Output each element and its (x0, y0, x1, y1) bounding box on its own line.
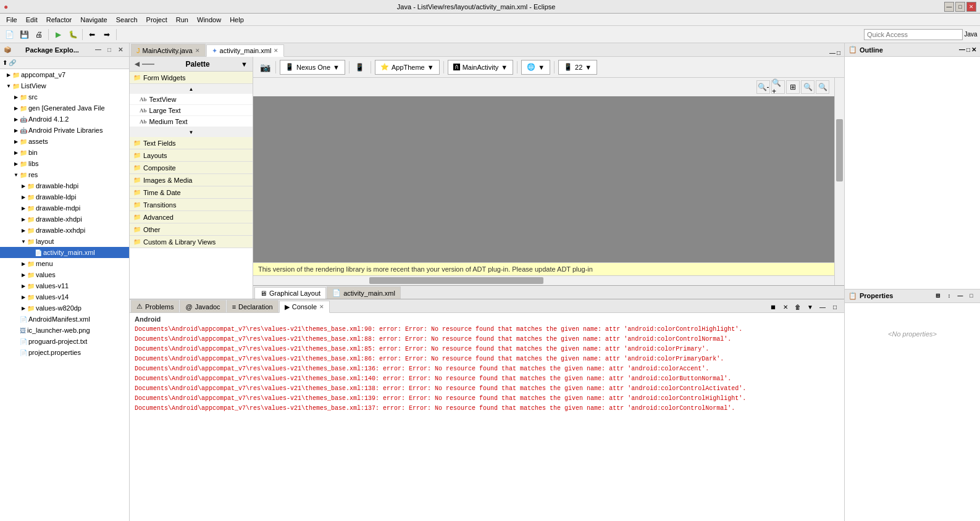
print-button[interactable]: 🖨 (32, 28, 46, 41)
tab-activity-main-xml[interactable]: ✦ activity_main.xml ✕ (206, 44, 285, 57)
console-close-button[interactable]: ✕ (319, 304, 324, 310)
palette-item-medium-text[interactable]: Ab Medium Text (130, 116, 253, 127)
collapse-all-btn[interactable]: ⬆ (2, 59, 7, 66)
tree-item-values-v11[interactable]: ▶ 📁 values-v11 (0, 280, 129, 291)
palette-category-images-media[interactable]: 📁 Images & Media (130, 174, 253, 186)
tree-item-values-v14[interactable]: ▶ 📁 values-v14 (0, 291, 129, 302)
zoom-out-button[interactable]: 🔍- (756, 80, 770, 94)
tab-close-button[interactable]: ✕ (195, 48, 200, 54)
scroll-thumb-v[interactable] (836, 119, 843, 181)
palette-category-other[interactable]: 📁 Other (130, 223, 253, 236)
tab-mainactivity[interactable]: J MainActivity.java ✕ (131, 44, 206, 56)
tree-item-res[interactable]: ▼ 📁 res (0, 169, 129, 180)
menu-run[interactable]: Run (172, 15, 192, 25)
palette-category-form-widgets[interactable]: 📁 Form Widgets (130, 72, 253, 84)
console-view-menu-button[interactable]: ▼ (805, 301, 816, 312)
tree-item-src[interactable]: ▶ 📁 src (0, 91, 129, 102)
save-button[interactable]: 💾 (17, 28, 31, 41)
tree-item-android412[interactable]: ▶ 🤖 Android 4.1.2 (0, 114, 129, 125)
menu-project[interactable]: Project (143, 15, 171, 25)
tab-xml-source[interactable]: 📄 activity_main.xml (327, 286, 401, 299)
zoom-100-button[interactable]: 🔍 (816, 80, 829, 94)
tree-item-manifest[interactable]: ▶ 📄 AndroidManifest.xml (0, 314, 129, 325)
theme-selector-button[interactable]: ⭐ AppTheme ▼ (375, 60, 440, 75)
menu-help[interactable]: Help (226, 15, 248, 25)
palette-category-time-date[interactable]: 📁 Time & Date (130, 186, 253, 199)
palette-category-layouts[interactable]: 📁 Layouts (130, 149, 253, 162)
tree-item-listview[interactable]: ▼ 📁 ListView (0, 80, 129, 91)
palette-prev-button[interactable]: ◀ (135, 60, 140, 67)
tree-item-assets[interactable]: ▶ 📁 assets (0, 136, 129, 147)
console-minimize-button[interactable]: — (817, 301, 828, 312)
tree-item-drawable-xhdpi[interactable]: ▶ 📁 drawable-xhdpi (0, 214, 129, 225)
maximize-panel-button[interactable]: □ (104, 45, 114, 55)
palette-category-custom-views[interactable]: 📁 Custom & Library Views (130, 236, 253, 248)
perspectives-button[interactable]: Java (964, 28, 978, 41)
new-button[interactable]: 📄 (2, 28, 16, 41)
maximize-button[interactable]: □ (955, 2, 965, 12)
activity-selector-button[interactable]: 🅰 MainActivity ▼ (448, 60, 514, 75)
console-tab-problems[interactable]: ⚠ Problems (131, 300, 179, 312)
palette-category-composite[interactable]: 📁 Composite (130, 162, 253, 174)
run-button[interactable]: ▶ (51, 28, 65, 41)
api-selector-button[interactable]: 📱 22 ▼ (558, 60, 597, 75)
debug-button[interactable]: 🐛 (66, 28, 80, 41)
quick-access-input[interactable] (864, 29, 963, 40)
minimize-button[interactable]: — (944, 2, 954, 12)
palette-category-text-fields[interactable]: 📁 Text Fields (130, 137, 253, 149)
tree-item-bin[interactable]: ▶ 📁 bin (0, 147, 129, 158)
console-tab-console[interactable]: ▶ Console ✕ (279, 301, 330, 313)
console-maximize-button[interactable]: □ (829, 301, 840, 312)
palette-scroll-down[interactable]: ▼ (130, 127, 253, 137)
menu-refactor[interactable]: Refactor (43, 15, 76, 25)
tree-item-drawable-mdpi[interactable]: ▶ 📁 drawable-mdpi (0, 202, 129, 214)
locale-selector-button[interactable]: 🌐 ▼ (521, 60, 550, 75)
console-terminate-button[interactable]: ⏹ (768, 301, 779, 312)
tree-item-values-w820dp[interactable]: ▶ 📁 values-w820dp (0, 302, 129, 314)
back-button[interactable]: ⬅ (85, 28, 99, 41)
canvas-device-icon-btn[interactable]: 📱 (353, 60, 367, 74)
properties-collapse-btn[interactable]: — (955, 291, 965, 301)
console-remove-button[interactable]: ✕ (780, 301, 791, 312)
vertical-scrollbar[interactable] (834, 78, 844, 285)
tree-item-libs[interactable]: ▶ 📁 libs (0, 158, 129, 169)
tab-close-button[interactable]: ✕ (274, 48, 279, 54)
palette-item-large-text[interactable]: Ab Large Text (130, 105, 253, 116)
outline-minimize-button[interactable]: — (959, 46, 965, 53)
outline-close-button[interactable]: ✕ (971, 46, 976, 53)
tree-item-proguard[interactable]: ▶ 📄 proguard-project.txt (0, 336, 129, 347)
palette-category-transitions[interactable]: 📁 Transitions (130, 199, 253, 211)
minimize-panel-button[interactable]: — (93, 45, 103, 55)
tree-item-gen[interactable]: ▶ 📁 gen [Generated Java File (0, 102, 129, 114)
scroll-thumb-h[interactable] (369, 277, 543, 284)
maximize-editor-button[interactable]: □ (837, 49, 840, 56)
zoom-in-button[interactable]: 🔍+ (771, 80, 785, 94)
palette-scroll-up[interactable]: ▲ (130, 84, 253, 94)
console-clear-button[interactable]: 🗑 (792, 301, 803, 312)
tree-item-launcher[interactable]: ▶ 🖼 ic_launcher-web.png (0, 325, 129, 336)
tree-item-project-props[interactable]: ▶ 📄 project.properties (0, 347, 129, 358)
tree-item-layout[interactable]: ▼ 📁 layout (0, 236, 129, 247)
zoom-reset-button[interactable]: 🔍 (801, 80, 815, 94)
properties-expand-btn[interactable]: □ (966, 291, 976, 301)
palette-category-advanced[interactable]: 📁 Advanced (130, 211, 253, 223)
tree-item-activity-main[interactable]: ▶ 📄 activity_main.xml (0, 247, 129, 258)
tree-item-values[interactable]: ▶ 📁 values (0, 269, 129, 280)
device-selector-button[interactable]: 📱 Nexus One ▼ (280, 60, 345, 75)
tree-item-appcompat[interactable]: ▶ 📁 appcompat_v7 (0, 69, 129, 80)
tree-item-menu[interactable]: ▶ 📁 menu (0, 258, 129, 269)
canvas-toolbar-btn-1[interactable]: 📷 (258, 60, 272, 74)
properties-sort-btn[interactable]: ↕ (944, 291, 954, 301)
close-panel-button[interactable]: ✕ (115, 45, 125, 55)
tree-item-private-libs[interactable]: ▶ 🤖 Android Private Libraries (0, 125, 129, 136)
menu-file[interactable]: File (2, 15, 21, 25)
link-with-editor-btn[interactable]: 🔗 (9, 59, 16, 66)
tab-graphical-layout[interactable]: 🖥 Graphical Layout (254, 287, 326, 299)
console-tab-declaration[interactable]: ≡ Declaration (227, 300, 279, 312)
tree-item-drawable-ldpi[interactable]: ▶ 📁 drawable-ldpi (0, 191, 129, 202)
zoom-fit-button[interactable]: ⊞ (786, 80, 800, 94)
forward-button[interactable]: ➡ (100, 28, 114, 41)
outline-maximize-button[interactable]: □ (966, 46, 970, 53)
menu-navigate[interactable]: Navigate (77, 15, 111, 25)
properties-filter-btn[interactable]: ⊞ (933, 291, 943, 301)
